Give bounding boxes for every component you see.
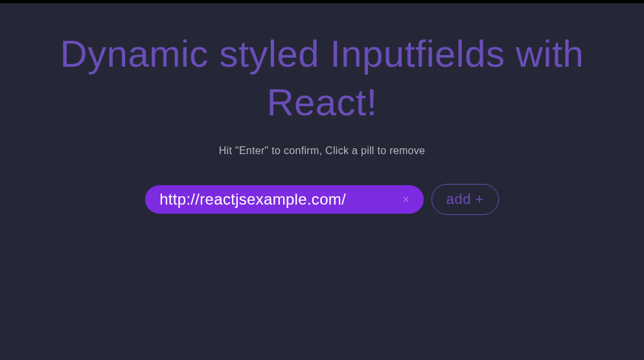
add-button[interactable]: add + [431,184,499,215]
pills-row: × add + [145,184,499,215]
pill-input-container[interactable]: × [145,185,424,214]
page-subtitle: Hit "Enter" to confirm, Click a pill to … [219,145,426,157]
main-container: Dynamic styled Inputfields with React! H… [0,3,644,215]
page-title: Dynamic styled Inputfields with React! [30,29,614,127]
url-input[interactable] [159,190,389,208]
close-icon[interactable]: × [402,194,409,205]
